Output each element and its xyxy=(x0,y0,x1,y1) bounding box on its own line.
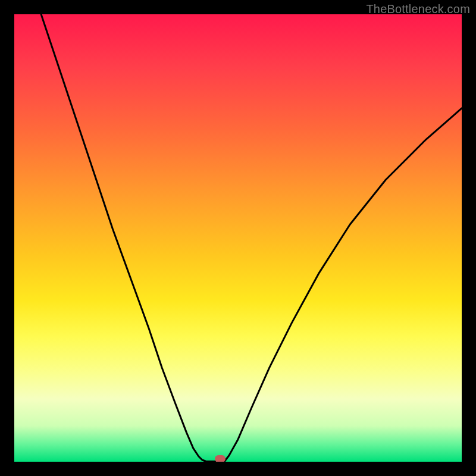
watermark-text: TheBottleneck.com xyxy=(366,2,470,16)
bottleneck-curve xyxy=(14,14,462,462)
plot-area xyxy=(14,14,462,462)
frame-bottom xyxy=(0,462,476,476)
chart-frame: TheBottleneck.com xyxy=(0,0,476,476)
